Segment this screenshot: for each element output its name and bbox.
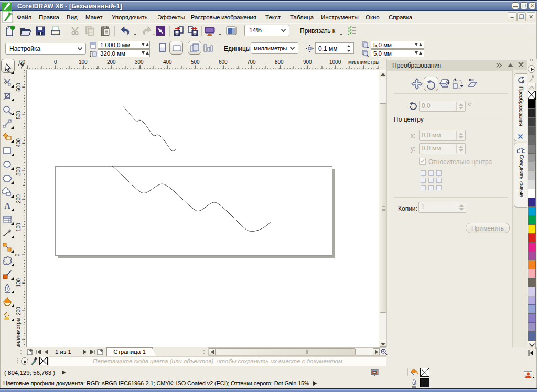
svg-text:A: A	[4, 201, 10, 210]
